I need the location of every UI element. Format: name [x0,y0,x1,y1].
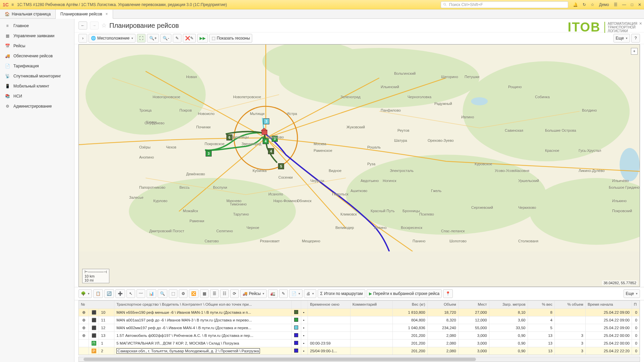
tb-btn-15[interactable]: 🚛 [268,289,278,298]
more-button[interactable]: Еще [613,34,630,43]
help-button[interactable]: ? [631,34,640,43]
tb-btn-9[interactable]: ⚙ [179,289,187,298]
grid-header[interactable]: Загр. метров [489,301,528,309]
tb-btn-8[interactable]: ⬚ [169,289,177,298]
star-icon[interactable]: ☆ [591,2,594,7]
erase-button[interactable]: ❌✎ [183,34,196,43]
expand-button[interactable]: › [78,34,87,43]
close-tab-icon[interactable]: × [106,12,108,16]
close-window-button[interactable]: ✕ [638,2,641,7]
tb-btn-10[interactable]: 🔀 [189,289,199,298]
location-dropdown[interactable]: 🌐 Местоположение [89,34,136,43]
tb-btn-6[interactable]: 📊 [147,289,156,298]
settings-icon[interactable]: ☰ [614,2,618,7]
tb-btn-2[interactable]: 🔄 [104,289,114,298]
close-form-button[interactable]: × [639,21,642,26]
sidebar-label: Тарификация [13,64,39,68]
sidebar-item-provision[interactable]: 🚚Обеспечение рейсов [0,51,74,61]
map-marker[interactable]: 3 [206,150,212,157]
map-city-label: Волдино [582,108,597,112]
table-row[interactable]: П15 МАГИСТРАЛЬНАЯ УЛ., ДОМ 7 КОР. 2, МОС… [79,340,640,347]
tb-btn-12[interactable]: ☰ [210,289,219,298]
maximize-button[interactable]: □ [631,2,633,7]
map-city-label: Москва [314,142,326,146]
tb-btn-20[interactable]: 📍 [443,289,453,298]
grid-header[interactable]: Транспортное средство \ Водитель \ Контр… [114,301,292,309]
zoom-in-button[interactable]: 🔍+ [147,34,159,43]
back-button[interactable]: ← [78,21,87,29]
tb-btn-1[interactable]: 📋 [93,289,103,298]
map-canvas[interactable]: 3643435 НоваяВольгинскийНовогорновскоеНо… [78,44,640,287]
map-marker[interactable]: 3 [263,118,269,124]
tree-button[interactable]: 🌳 [78,289,92,298]
sidebar-item-orders[interactable]: ▦Управление заявками [0,31,74,41]
grid-header[interactable]: № [79,301,114,309]
sidebar-item-routes[interactable]: 📅Рейсы [0,41,74,51]
map-city-label: Усово-Усово [495,169,516,173]
sidebar-item-mobile[interactable]: 📱Мобильный клиент [0,81,74,91]
forward-button[interactable]: → [90,21,99,29]
map-city-label: Вессь [179,185,190,189]
grid-header[interactable]: Мест [458,301,489,309]
favorite-star-icon[interactable]: ☆ [101,22,107,29]
horizontal-scrollbar[interactable] [78,357,640,362]
map-zoom-in[interactable]: + [631,48,638,55]
grid-header[interactable]: Временное окно [308,301,350,309]
print-button[interactable]: 🖨 [304,289,316,298]
map-marker[interactable]: 5 [278,163,284,169]
tb-btn-13[interactable]: ☷ [220,289,229,298]
refresh-button[interactable]: ⟳ [230,289,239,298]
geozones-button[interactable]: ⬚ Показать геозоны [209,34,252,43]
table-row[interactable]: ⊕⬛11MAN а001аа197 реф до -6 \ Иванов MAN… [79,316,640,324]
map-city-label: Мытищи [250,112,264,116]
routes-dropdown[interactable]: 🚚 Рейсы [240,289,267,298]
play-button[interactable]: ▶▶ [197,34,208,43]
bell-icon[interactable]: 🔔 [573,2,578,7]
table-row[interactable]: ⊕⬛12MAN м002мм197 реф до -6 \ Иванов MAN… [79,324,640,332]
menu-icon[interactable]: ≡ [11,2,14,7]
sidebar-item-main[interactable]: ≡Главное [0,21,74,31]
grid-header[interactable]: Объем [427,301,458,309]
sidebar-item-satellite[interactable]: 📡Спутниковый мониторинг [0,71,74,81]
table-row[interactable]: ⊕⬛131.5Т Автомобиль ф002фф197 \ Рябченко… [79,332,640,340]
tb-btn-3[interactable]: ➕ [115,289,125,298]
routes-grid[interactable]: №Транспортное средство \ Водитель \ Конт… [78,300,640,356]
sidebar-item-nsi[interactable]: 📚НСИ [0,91,74,101]
grid-header[interactable] [301,301,308,309]
tb-btn-11[interactable]: ▦ [200,289,209,298]
table-row[interactable]: Р2Самарская обл., г. Тольятти, бульвар М… [79,347,640,355]
global-search-input[interactable]: Поиск Ctrl+Shift+F [441,1,568,8]
grid-header[interactable]: П [632,301,639,309]
tb-btn-16[interactable]: ✎ [279,289,288,298]
map-city-label: Псилево [419,212,434,216]
grid-header[interactable]: % вес [528,301,554,309]
map-city-label: Рязановает [260,239,280,243]
map-city-label: Куровское [475,162,492,166]
grid-header[interactable]: % объем [554,301,585,309]
map-city-label: Одинцово [267,135,284,139]
grid-header[interactable]: Вес (кг) [393,301,427,309]
tb-btn-17[interactable]: 📄 [289,289,303,298]
tb-btn-5[interactable]: 〰 [137,289,145,298]
grid-header[interactable]: Время начала [585,301,632,309]
history-icon[interactable]: ↻ [583,2,586,7]
zoom-out-button[interactable]: 🔍- [160,34,171,43]
sidebar-item-admin[interactable]: ⚙Администрирование [0,101,74,111]
table-row[interactable]: ⊕⬛10MAN н555нн190 реф меньше -6 \ Иванов… [79,309,640,316]
tab-route-planning[interactable]: Планирование рейсов × [56,10,113,19]
grid-more-button[interactable]: Еще [624,289,640,298]
goto-row-button[interactable]: ▶ Перейти к выбранной строке рейса [367,289,442,298]
tb-btn-7[interactable]: 🔍 [158,289,167,298]
minimize-button[interactable]: — [622,2,626,7]
map-city-label: Ашитково [351,189,367,193]
map-marker[interactable]: 4 [268,148,274,154]
sidebar-item-tariff[interactable]: 📄Тарификация [0,61,74,71]
fit-button[interactable]: ⛶ [137,34,146,43]
map-city-label: Щегорино [441,75,458,79]
summary-button[interactable]: Σ Итоги по маршрутам [318,289,365,298]
grid-header[interactable] [292,301,301,309]
tab-home[interactable]: 🏠 Начальная страница [0,9,56,18]
grid-header[interactable]: Комментарий [350,301,392,309]
tb-btn-4[interactable]: ↖ [126,289,135,298]
pencil-button[interactable]: ✎ [173,34,181,43]
